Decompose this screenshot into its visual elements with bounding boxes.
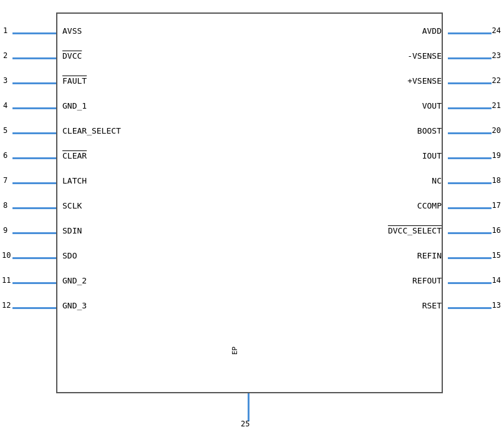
- pin-19-num: 19: [492, 151, 501, 160]
- pin-1-num: 1: [3, 26, 7, 35]
- pin-18-num: 18: [492, 176, 501, 185]
- pin-8-num: 8: [3, 201, 7, 210]
- pin-7-label: LATCH: [62, 176, 87, 185]
- pin-5-label: CLEAR_SELECT: [62, 126, 121, 135]
- pin-20-line: [448, 132, 492, 134]
- pin-4-label: GND_1: [62, 101, 87, 110]
- pin-21-line: [448, 107, 492, 109]
- pin-13-label: RSET: [422, 301, 442, 310]
- pin-16-num: 16: [492, 226, 501, 235]
- pin-2-line: [12, 57, 56, 59]
- pin-12-line: [12, 307, 56, 309]
- pin-3-label: FAULT: [62, 76, 87, 86]
- diagram-container: 1 AVSS 2 DVCC 3 FAULT 4 GND_1 5 CLEAR_SE…: [0, 0, 504, 432]
- pin-11-num: 11: [2, 276, 11, 285]
- pin-6-line: [12, 157, 56, 159]
- pin-5-num: 5: [3, 126, 7, 135]
- pin-22-line: [448, 82, 492, 84]
- pin-13-line: [448, 307, 492, 309]
- ep-label-container: EP: [231, 346, 239, 355]
- pin-1-line: [12, 32, 56, 34]
- pin-21-label: VOUT: [422, 101, 442, 110]
- pin-10-line: [12, 257, 56, 259]
- pin-12-num: 12: [2, 301, 11, 310]
- pin-24-label: AVDD: [422, 26, 442, 36]
- pin-18-label: NC: [432, 176, 442, 185]
- pin-8-line: [12, 207, 56, 209]
- pin-24-line: [448, 32, 492, 34]
- pin-10-label: SDO: [62, 251, 77, 260]
- ep-label: EP: [231, 346, 239, 355]
- pin-9-line: [12, 232, 56, 234]
- pin-17-label: CCOMP: [417, 201, 442, 210]
- pin-9-num: 9: [3, 226, 7, 235]
- pin-23-label: -VSENSE: [407, 51, 442, 61]
- pin-16-label: DVCC_SELECT: [388, 226, 442, 235]
- pin-24-num: 24: [492, 26, 501, 35]
- pin-10-num: 10: [2, 251, 11, 260]
- pin-4-num: 4: [3, 101, 7, 110]
- pin-8-label: SCLK: [62, 201, 82, 210]
- ic-body: [56, 12, 443, 393]
- pin-20-label: BOOST: [417, 126, 442, 135]
- pin-21-num: 21: [492, 101, 501, 110]
- pin-6-num: 6: [3, 151, 7, 160]
- pin-19-line: [448, 157, 492, 159]
- pin-17-line: [448, 207, 492, 209]
- pin-3-line: [12, 82, 56, 84]
- pin-16-line: [448, 232, 492, 234]
- pin-22-label: +VSENSE: [407, 76, 442, 86]
- pin-22-num: 22: [492, 76, 501, 85]
- pin-15-num: 15: [492, 251, 501, 260]
- pin-2-num: 2: [3, 51, 7, 60]
- pin-7-num: 7: [3, 176, 7, 185]
- pin-12-label: GND_3: [62, 301, 87, 310]
- pin-17-num: 17: [492, 201, 501, 210]
- pin-6-label: CLEAR: [62, 151, 87, 160]
- pin-5-line: [12, 132, 56, 134]
- pin-11-label: GND_2: [62, 276, 87, 285]
- pin-18-line: [448, 182, 492, 184]
- pin-14-num: 14: [492, 276, 501, 285]
- pin-25-line: [248, 393, 250, 421]
- pin-15-label: REFIN: [417, 251, 442, 260]
- pin-4-line: [12, 107, 56, 109]
- pin-23-line: [448, 57, 492, 59]
- pin-19-label: IOUT: [422, 151, 442, 160]
- pin-9-label: SDIN: [62, 226, 82, 235]
- pin-2-label: DVCC: [62, 51, 82, 61]
- pin-20-num: 20: [492, 126, 501, 135]
- pin-23-num: 23: [492, 51, 501, 60]
- pin-1-label: AVSS: [62, 26, 82, 36]
- pin-3-num: 3: [3, 76, 7, 85]
- pin-11-line: [12, 282, 56, 284]
- pin-14-label: REFOUT: [412, 276, 442, 285]
- pin-15-line: [448, 257, 492, 259]
- pin-14-line: [448, 282, 492, 284]
- pin-7-line: [12, 182, 56, 184]
- pin-25-num: 25: [241, 420, 250, 428]
- pin-13-num: 13: [492, 301, 501, 310]
